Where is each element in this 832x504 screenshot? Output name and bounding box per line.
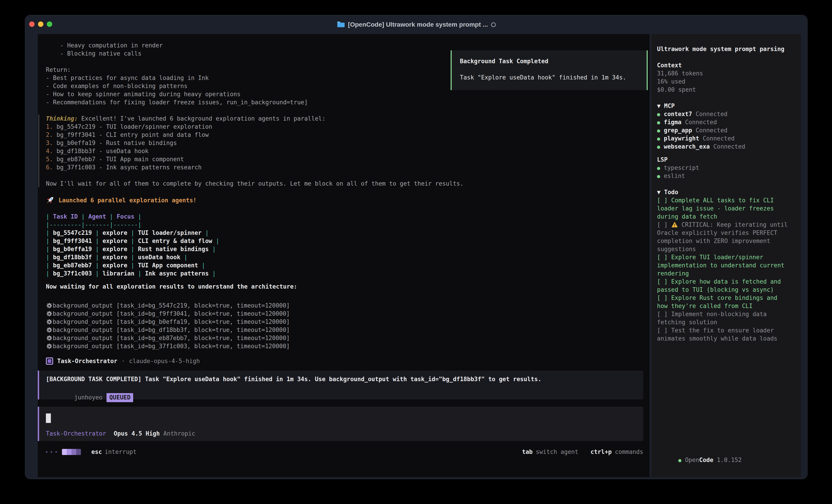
tool-call-line: background_output [task_id=bg_f9ff3041, … [46, 310, 643, 318]
window-title: [OpenCode] Ultrawork mode system prompt … [348, 21, 488, 28]
toast-body: Task "Explore useData hook" finished in … [460, 74, 647, 82]
transcript-line: - Recommendations for fixing loader free… [46, 98, 643, 106]
prompt-input[interactable]: Task-Orchestrator Opus 4.5 High Anthropi… [38, 407, 643, 441]
tool-call-line: background_output [task_id=bg_df18bb3f, … [46, 326, 643, 334]
launch-banner-text: Launched 6 parallel exploration agents! [58, 197, 197, 204]
thinking-wait-line: Now I'll wait for all of them to complet… [46, 179, 643, 188]
cmd-action-hint: commands [615, 448, 643, 455]
chevron-down-icon: ▼ [657, 189, 664, 196]
esc-key-hint: esc [92, 448, 102, 455]
green-dot-icon [657, 175, 660, 178]
thinking-lead: Excellent! I've launched 6 background ex… [81, 115, 326, 122]
sidebar: Ultrawork mode system prompt parsing Con… [651, 34, 801, 477]
separator-dot: · [122, 358, 125, 364]
context-tokens: 31,686 tokens [657, 69, 790, 78]
green-dot-icon [657, 121, 660, 124]
table-row: | bg_f9ff3041 | explore | CLI entry & da… [46, 237, 643, 245]
status-bar: esc interrupt tab switch agent ctrl+p co… [46, 447, 643, 457]
folder-icon [337, 21, 345, 28]
text-cursor [46, 414, 51, 423]
transcript-area[interactable]: - Heavy computation in render - Blocking… [38, 34, 650, 477]
table-row: | bg_37f1c003 | librarian | Ink async pa… [46, 270, 643, 278]
todo-section: ▼ Todo [ ] Complete ALL tasks to fix CLI… [657, 188, 790, 342]
table-row: | bg_5547c219 | explore | TUI loader/spi… [46, 229, 643, 237]
titlebar: [OpenCode] Ultrawork mode system prompt … [25, 15, 807, 34]
app-version: 1.0.152 [717, 456, 742, 464]
tab-key-hint: tab [522, 448, 532, 455]
thinking-item: 3. bg_b0effa19 - Rust native bindings [46, 139, 643, 147]
queued-user: junhoyeo [74, 394, 102, 401]
todo-item: [ ] Implement non-blocking data fetching… [657, 310, 790, 326]
rocket-icon [46, 195, 55, 205]
todo-item: [ ] Explore TUI loader/spinner implement… [657, 253, 790, 278]
green-dot-icon [657, 113, 660, 116]
tool-call-line: background_output [task_id=bg_5547c219, … [46, 302, 643, 310]
green-dot-icon [657, 130, 660, 133]
gear-icon [46, 302, 53, 309]
toast-notification[interactable]: Background Task Completed Task "Explore … [450, 50, 648, 90]
lsp-heading: LSP [657, 156, 790, 164]
todo-item: [ ] Explore Rust core bindings and how t… [657, 294, 790, 310]
tool-call-list: background_output [task_id=bg_5547c219, … [46, 302, 643, 350]
transcript-line: - How to keep spinner animating during h… [46, 90, 643, 98]
toast-title: Background Task Completed [460, 57, 647, 65]
thinking-gutter-bar [38, 114, 40, 187]
mcp-item: context7 Connected [657, 110, 790, 118]
table-separator-row: |---------|-------|-------| [46, 221, 643, 229]
tool-call-line: background_output [task_id=bg_37f1c003, … [46, 342, 643, 350]
context-used: 16% used [657, 78, 790, 86]
mcp-item: grep_app Connected [657, 126, 790, 134]
status-dot-icon [678, 459, 681, 462]
tab-action-hint: switch agent [536, 448, 578, 455]
input-agent-name[interactable]: Task-Orchestrator [46, 430, 106, 437]
terminal-window: [OpenCode] Ultrawork mode system prompt … [25, 15, 808, 479]
thinking-item: 4. bg_df18bb3f - useData hook [46, 147, 643, 155]
mcp-item: playwright Connected [657, 134, 790, 142]
todo-section-toggle[interactable]: ▼ Todo [657, 188, 790, 196]
lsp-item: typescript [657, 164, 790, 172]
gear-icon [46, 318, 53, 325]
thinking-block: Thinking: Excellent! I've launched 6 bac… [46, 114, 643, 188]
context-heading: Context [657, 61, 790, 69]
input-provider: Anthropic [163, 430, 196, 437]
table-row: | bg_eb87ebb7 | explore | TUI App compon… [46, 261, 643, 270]
table-row: | bg_b0effa19 | explore | Rust native bi… [46, 245, 643, 253]
agent-icon [46, 358, 53, 365]
window-title-group: [OpenCode] Ultrawork mode system prompt … [337, 21, 496, 28]
todo-item: [ ] Explore how data is fetched and pass… [657, 278, 790, 294]
gear-icon [46, 310, 53, 317]
activity-circle-icon [491, 22, 496, 27]
transcript-line: - Heavy computation in render [46, 41, 643, 50]
thinking-item: 1. bg_5547c219 - TUI loader/spinner expl… [46, 122, 643, 131]
context-spent: $0.00 spent [657, 86, 790, 94]
todo-item: [ ] CRITICAL: Keep iterating until Oracl… [657, 221, 790, 253]
close-button[interactable] [29, 22, 34, 27]
input-model-name[interactable]: Opus 4.5 High [114, 430, 160, 437]
thinking-item: 2. bg_f9ff3041 - CLI entry point and dat… [46, 131, 643, 139]
brand-open: Open [685, 456, 699, 464]
mcp-item: websearch_exa Connected [657, 142, 790, 150]
gear-icon [46, 343, 53, 349]
sidebar-footer: OpenCode 1.0.152 [657, 448, 742, 456]
mcp-section-toggle[interactable]: ▼ MCP [657, 102, 790, 110]
agent-name: Task-Orchestrator [57, 358, 118, 364]
background-task-text: [BACKGROUND TASK COMPLETED] Task "Explor… [46, 375, 643, 383]
spinner-dots-icon [46, 451, 57, 453]
warning-icon [671, 221, 682, 228]
gear-icon [46, 327, 53, 333]
queued-badge: QUEUED [106, 393, 133, 402]
zoom-button[interactable] [47, 22, 52, 27]
green-dot-icon [657, 167, 660, 170]
traffic-lights [25, 15, 70, 34]
thinking-item: 6. bg_37f1c003 - Ink async patterns rese… [46, 163, 643, 171]
chevron-down-icon: ▼ [657, 103, 664, 109]
thinking-lead-line: Thinking: Excellent! I've launched 6 bac… [46, 114, 643, 122]
waiting-line: Now waiting for all exploration results … [46, 282, 643, 290]
launch-banner: Launched 6 parallel exploration agents! [46, 196, 643, 205]
lsp-item: eslint [657, 172, 790, 180]
mcp-item: figma Connected [657, 118, 790, 126]
todo-item: [ ] Complete ALL tasks to fix CLI loader… [657, 196, 790, 221]
thinking-label: Thinking: [46, 115, 78, 122]
minimize-button[interactable] [38, 22, 44, 27]
tool-call-line: background_output [task_id=bg_b0effa19, … [46, 318, 643, 326]
